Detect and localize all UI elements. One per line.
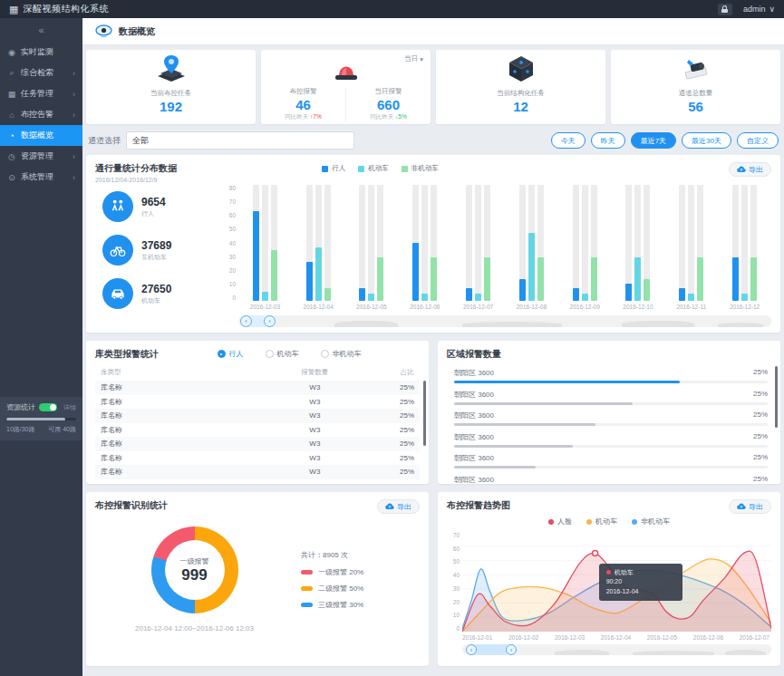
radio-label: 行人 — [229, 349, 244, 359]
sidebar-item-monitor[interactable]: ◉实时监测 — [0, 42, 82, 63]
sidebar-item-label: 资源管理 — [21, 150, 53, 162]
search-icon: ⌕ — [7, 68, 16, 78]
table-row[interactable]: 库名称W325% — [95, 409, 420, 423]
card-total-channels[interactable]: 通道总数量 56 — [611, 50, 780, 124]
bar-group: 2016-12-12 — [718, 185, 771, 310]
range-pill[interactable]: 最近7天 — [631, 132, 676, 149]
trend-x-axis: 2016-12-012016-12-022016-12-032016-12-04… — [462, 634, 769, 641]
card-value: 46 — [261, 97, 345, 112]
x-tick: 2016-12-05 — [647, 634, 677, 641]
table-row[interactable]: 库名称W325% — [95, 423, 420, 438]
resource-toggle[interactable] — [39, 403, 57, 411]
sidebar-item-label: 数据概览 — [21, 130, 53, 141]
legend-label: 三级报警 30% — [318, 600, 363, 610]
legend-item: 非机动车 — [632, 517, 670, 526]
bar-track — [412, 185, 419, 301]
traffic-export-button[interactable]: 导出 — [729, 162, 771, 177]
trend-tooltip: 机动车 90:20 2016-12-04 — [599, 564, 682, 602]
card-value: 660 — [346, 97, 431, 112]
column-header: 库类型 — [101, 368, 256, 377]
region-scrollbar[interactable] — [775, 366, 778, 428]
brush-handle-right[interactable]: › — [264, 315, 276, 327]
traffic-brush-slider[interactable]: ‹ › — [238, 315, 771, 327]
car-icon — [102, 278, 133, 309]
resource-progress-bar — [6, 418, 76, 420]
bar-group: 2016-12-09 — [558, 185, 612, 310]
bar-fill — [253, 211, 259, 301]
cloud-upload-icon — [737, 503, 746, 510]
range-pill[interactable]: 最近30天 — [682, 132, 731, 149]
table-cell: 25% — [374, 398, 414, 406]
alarm-range-dropdown[interactable]: 当日 ▾ — [404, 54, 423, 63]
region-bar-track — [454, 423, 768, 426]
trend-y-axis: 706050403020100 — [447, 532, 462, 632]
channel-select-input[interactable] — [126, 131, 354, 150]
resource-detail-link[interactable]: 详情 — [63, 403, 76, 412]
bar-track — [377, 185, 383, 301]
x-tick: 2016-12-07 — [463, 304, 493, 310]
sidebar-collapse-button[interactable]: « — [0, 18, 82, 42]
resource-icon: ◷ — [7, 152, 16, 161]
bar-fill — [750, 257, 757, 301]
legend-label: 人脸 — [557, 517, 572, 526]
user-name: admin — [743, 5, 766, 14]
x-tick: 2016-12-06 — [410, 304, 440, 310]
legend-swatch — [301, 603, 313, 607]
table-scrollbar[interactable] — [423, 381, 426, 446]
sidebar-item-search[interactable]: ⌕综合检索› — [0, 63, 82, 83]
bar-fill — [421, 294, 428, 301]
brush-selection[interactable] — [471, 644, 508, 655]
chevron-right-icon: › — [73, 152, 75, 161]
summary-value: 37689 — [141, 239, 171, 252]
x-tick: 2016-12-04 — [601, 634, 631, 641]
tab-data-overview[interactable]: 数据概览 — [119, 25, 155, 38]
bar-fill — [466, 288, 472, 301]
trend-brush-slider[interactable]: ‹ › — [462, 644, 771, 655]
region-row: 朝阳区 360025% — [454, 475, 768, 485]
table-cell: 库名称 — [101, 410, 256, 420]
trend-export-button[interactable]: 导出 — [729, 499, 771, 514]
brush-handle-left[interactable]: ‹ — [240, 315, 252, 327]
brush-handle-right[interactable]: › — [506, 644, 517, 655]
radio-行人[interactable]: 行人 — [218, 349, 244, 359]
user-menu[interactable]: admin ∨ — [743, 5, 775, 14]
bar-track — [484, 185, 490, 301]
card-active-surveillance-tasks[interactable]: 当前布控任务 192 — [86, 50, 256, 124]
legend-item: 三级报警 30% — [301, 600, 363, 610]
sidebar-item-overview[interactable]: ◔数据概览 — [0, 125, 82, 146]
region-bar-fill — [454, 381, 680, 383]
card-value: 56 — [611, 99, 780, 114]
donut-export-button[interactable]: 导出 — [377, 499, 420, 514]
table-row[interactable]: 库名称W325% — [95, 437, 420, 451]
bicycle-icon — [102, 235, 133, 266]
table-row[interactable]: 库名称W325% — [95, 381, 420, 395]
table-row[interactable]: 库名称W325% — [95, 395, 420, 410]
monitor-icon: ◉ — [7, 48, 16, 57]
sidebar-item-settings[interactable]: ⊙系统管理› — [0, 167, 82, 188]
radio-非机动车[interactable]: 非机动车 — [321, 349, 362, 359]
sidebar-item-alarm[interactable]: ⌂布控告警› — [0, 104, 82, 125]
brush-handle-left[interactable]: ‹ — [466, 644, 477, 655]
sidebar-item-resource[interactable]: ◷资源管理› — [0, 146, 82, 167]
alarm-recognition-panel: 布控报警识别统计 导出 一级报警 999 — [86, 492, 429, 666]
table-row[interactable]: 库名称W325% — [95, 451, 420, 466]
app-title: 深醒视频结构化系统 — [23, 3, 109, 15]
radio-机动车[interactable]: 机动车 — [266, 349, 299, 359]
range-pill[interactable]: 昨天 — [591, 132, 625, 149]
legend-label: 机动车 — [368, 164, 389, 173]
alarm-type-title: 库类型报警统计 — [95, 348, 159, 361]
bar-fill — [582, 294, 588, 301]
cloud-upload-icon — [737, 166, 746, 173]
range-pill[interactable]: 自定义 — [737, 132, 779, 149]
card-alarms[interactable]: 当日 ▾ 布控报警 46 同比昨天 ↑7% 当日报警 6 — [261, 50, 431, 124]
sidebar-item-task[interactable]: ▦任务管理› — [0, 83, 82, 104]
legend-swatch — [301, 586, 313, 591]
table-cell: W3 — [256, 468, 374, 476]
bar-group: 2016-12-03 — [238, 185, 292, 310]
card-structuring-tasks[interactable]: 当前结构化任务 12 — [436, 50, 605, 124]
pin-chip-icon — [155, 54, 188, 83]
range-pill[interactable]: 今天 — [551, 132, 586, 149]
trend-chart: 机动车 90:20 2016-12-04 — [462, 532, 771, 632]
table-row[interactable]: 库名称W325% — [95, 465, 420, 479]
lock-icon[interactable] — [718, 4, 732, 15]
